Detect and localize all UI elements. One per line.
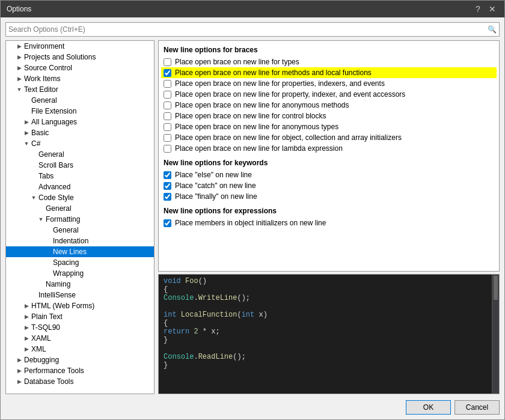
help-button[interactable]: ?: [472, 3, 484, 15]
tree-label-formatting: Formatting: [46, 215, 80, 224]
tree-label-alllanguages: All Languages: [31, 118, 77, 126]
keyword-checkbox-0[interactable]: [164, 171, 171, 179]
tree-label-newlines: New Lines: [53, 248, 87, 256]
keyword-checkbox-1[interactable]: [164, 182, 171, 190]
preview-line-6: return 2 * x;: [164, 327, 487, 336]
tree-item-intellisense[interactable]: IntelliSense: [6, 290, 154, 300]
brace-checkbox-2[interactable]: [164, 80, 171, 88]
keyword-label-2: Place "finally" on new line: [175, 192, 257, 201]
tree-item-workitems[interactable]: ▶Work Items: [6, 73, 154, 84]
tree-item-perftools[interactable]: ▶Performance Tools: [6, 365, 154, 376]
tree-label-basic: Basic: [31, 129, 49, 137]
tree-label-indentation: Indentation: [53, 237, 88, 245]
tree-label-fileext: File Extension: [31, 107, 76, 115]
options-dialog: Options ? ✕ 🔍 ▶Environment▶Projects and …: [0, 0, 505, 420]
expr-checkbox-0[interactable]: [164, 219, 171, 227]
keyword-checkbox-2[interactable]: [164, 193, 171, 201]
brace-option-3: Place open brace on new line for propert…: [164, 89, 494, 100]
brace-label-7: Place open brace on new line for object,…: [175, 133, 402, 142]
tree-item-csharp[interactable]: ▼C#: [6, 138, 154, 149]
search-row: 🔍: [5, 22, 500, 37]
tree-label-plaintext: Plain Text: [31, 312, 63, 321]
tree-arrow-formatting: ▼: [37, 216, 44, 222]
preview-wrapper: void Foo(){ Console.WriteLine(); int Loc…: [158, 274, 500, 394]
preview-line-10: }: [164, 361, 487, 370]
tree-label-xml: XML: [31, 345, 46, 353]
tree-item-indentation[interactable]: Indentation: [6, 236, 154, 246]
preview-scroll-thumb[interactable]: [494, 276, 498, 300]
tree-item-codestyle[interactable]: ▼Code Style: [6, 192, 154, 203]
brace-checkbox-5[interactable]: [164, 112, 171, 120]
tree-item-csgeneral[interactable]: General: [6, 149, 154, 160]
tree-arrow-htmlweb: ▶: [23, 303, 30, 309]
keyword-option-0: Place "else" on new line: [164, 169, 494, 180]
brace-label-5: Place open brace on new line for control…: [175, 112, 326, 120]
cancel-button[interactable]: Cancel: [454, 400, 500, 415]
brace-checkbox-4[interactable]: [164, 102, 171, 109]
tree-item-cstygeneral[interactable]: General: [6, 203, 154, 214]
tree-item-projects[interactable]: ▶Projects and Solutions: [6, 52, 154, 62]
tree-item-environment[interactable]: ▶Environment: [6, 41, 154, 52]
brace-checkbox-3[interactable]: [164, 91, 171, 99]
brace-checkbox-0[interactable]: [164, 58, 171, 66]
tree-item-xaml[interactable]: ▶XAML: [6, 333, 154, 344]
tree-item-alllanguages[interactable]: ▶All Languages: [6, 117, 154, 127]
tree-label-environment: Environment: [24, 42, 64, 50]
brace-option-7: Place open brace on new line for object,…: [164, 132, 494, 143]
tree-item-cstabs[interactable]: Tabs: [6, 171, 154, 181]
tree-item-dbtools[interactable]: ▶Database Tools: [6, 376, 154, 387]
tree-item-naming[interactable]: Naming: [6, 279, 154, 290]
tree-arrow-workitems: ▶: [16, 76, 23, 82]
tree-item-texteditor[interactable]: ▼Text Editor: [6, 84, 154, 95]
keyword-label-0: Place "else" on new line: [175, 171, 252, 179]
tree-item-wrapping[interactable]: Wrapping: [6, 268, 154, 279]
brace-checkbox-7[interactable]: [164, 134, 171, 142]
tree-item-plaintext[interactable]: ▶Plain Text: [6, 311, 154, 322]
tree-item-debugging[interactable]: ▶Debugging: [6, 355, 154, 365]
brace-checkbox-8[interactable]: [164, 145, 171, 153]
section-expressions-label: New line options for expressions: [164, 207, 494, 215]
tree-label-dbtools: Database Tools: [24, 377, 74, 386]
tree-arrow-texteditor: ▼: [16, 87, 23, 93]
title-bar: Options ? ✕: [1, 1, 504, 17]
brace-label-1: Place open brace on new line for methods…: [175, 68, 372, 77]
tree-label-cstabs: Tabs: [38, 172, 54, 180]
tree-arrow-perftools: ▶: [16, 368, 23, 374]
tree-item-htmlweb[interactable]: ▶HTML (Web Forms): [6, 300, 154, 311]
tree-item-csbars[interactable]: Scroll Bars: [6, 160, 154, 171]
tree-item-fmtgeneral[interactable]: General: [6, 225, 154, 236]
tree-label-general: General: [31, 96, 57, 105]
tree-item-tsql[interactable]: ▶T-SQL90: [6, 322, 154, 333]
expr-option-0: Place members in object initializers on …: [164, 218, 494, 228]
tree-item-xml[interactable]: ▶XML: [6, 344, 154, 355]
tree-panel: ▶Environment▶Projects and Solutions▶Sour…: [5, 40, 155, 394]
tree-label-csharp: C#: [31, 139, 40, 148]
brace-option-0: Place open brace on new line for types: [164, 56, 494, 67]
tree-label-tsql: T-SQL90: [31, 323, 60, 332]
tree-item-spacing[interactable]: Spacing: [6, 257, 154, 268]
tree-item-general[interactable]: General: [6, 95, 154, 106]
expr-label-0: Place members in object initializers on …: [175, 219, 326, 227]
tree-item-formatting[interactable]: ▼Formatting: [6, 214, 154, 225]
close-button[interactable]: ✕: [486, 3, 498, 15]
tree-item-basic[interactable]: ▶Basic: [6, 127, 154, 138]
brace-checkbox-1[interactable]: [164, 69, 171, 77]
tree-item-sourcecontrol[interactable]: ▶Source Control: [6, 62, 154, 73]
brace-option-5: Place open brace on new line for control…: [164, 111, 494, 121]
section-keywords-label: New line options for keywords: [164, 159, 494, 167]
brace-label-8: Place open brace on new line for lambda …: [175, 144, 343, 153]
tree-item-csadvanced[interactable]: Advanced: [6, 181, 154, 192]
tree-label-cstygeneral: General: [46, 204, 72, 213]
tree-arrow-xml: ▶: [23, 346, 30, 352]
ok-button[interactable]: OK: [406, 400, 451, 415]
preview-line-1: {: [164, 285, 487, 294]
tree-item-fileext[interactable]: File Extension: [6, 106, 154, 117]
brace-checkbox-6[interactable]: [164, 123, 171, 131]
search-input[interactable]: [8, 25, 488, 34]
tree-item-newlines[interactable]: New Lines: [6, 246, 154, 257]
preview-scrollbar[interactable]: [492, 275, 499, 394]
tree-arrow-codestyle: ▼: [30, 195, 37, 201]
brace-label-2: Place open brace on new line for propert…: [175, 79, 385, 88]
tree-arrow-projects: ▶: [16, 54, 23, 60]
tree-label-projects: Projects and Solutions: [24, 53, 96, 61]
